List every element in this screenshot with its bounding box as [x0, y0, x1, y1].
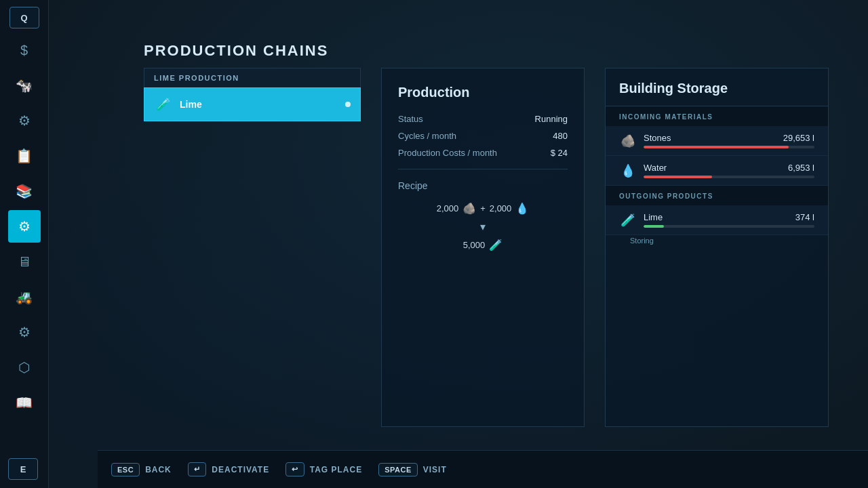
lime-name-row: Lime 374 l [644, 212, 814, 222]
visit-label: VISIT [423, 465, 447, 474]
water-amount: 6,953 l [788, 163, 814, 173]
esc-key: ESC [111, 463, 140, 476]
books-icon: 📚 [16, 183, 33, 199]
main-content: PRODUCTION CHAINS LIME PRODUCTION 🧪 Lime… [49, 0, 868, 488]
nodes-icon: ⬡ [18, 359, 30, 375]
page-title: PRODUCTION CHAINS [144, 42, 328, 60]
recipe-input2-amount: 2,000 [490, 203, 512, 214]
tag-place-label: TAG PLACE [310, 465, 362, 474]
costs-value: $ 24 [551, 148, 568, 158]
recipe-water-icon: 💧 [515, 202, 529, 215]
storage-header: Building Storage [606, 68, 828, 106]
water-icon: 💧 [619, 163, 637, 178]
cycles-label: Cycles / month [398, 131, 456, 141]
sidebar-item-books[interactable]: 📚 [8, 175, 41, 207]
panel-chains: LIME PRODUCTION 🧪 Lime [144, 68, 361, 427]
back-key: ↩ [285, 462, 304, 476]
action-tag-place[interactable]: ↩ TAG PLACE [285, 462, 362, 476]
sidebar-item-tasks[interactable]: 📋 [8, 140, 41, 172]
lime-bar-wrap [644, 225, 814, 228]
action-back[interactable]: ESC BACK [111, 463, 172, 476]
sidebar-item-management[interactable]: ⚙ [8, 104, 41, 137]
lime-item-dot [345, 102, 351, 107]
cycles-value: 480 [553, 131, 568, 141]
animals-icon: 🐄 [16, 77, 33, 94]
costs-row: Production Costs / month $ 24 [398, 148, 568, 158]
recipe-stones-icon: 🪨 [462, 202, 476, 215]
costs-label: Production Costs / month [398, 148, 497, 158]
stones-bar-wrap [644, 146, 814, 148]
sidebar-item-monitor[interactable]: 🖥 [8, 245, 41, 278]
status-value: Running [535, 114, 568, 124]
sidebar-item-finance[interactable]: $ [8, 34, 41, 66]
q-key[interactable]: Q [9, 7, 39, 28]
panel-production: Production Status Running Cycles / month… [381, 68, 585, 427]
recipe-input1-amount: 2,000 [437, 203, 459, 214]
deactivate-label: DEACTIVATE [212, 465, 269, 474]
back-label: BACK [145, 465, 172, 474]
stones-icon: 🪨 [619, 134, 637, 148]
recipe-arrow: ▾ [480, 220, 486, 233]
sidebar-item-settings[interactable]: ⚙ [8, 316, 41, 348]
lime-amount: 374 l [795, 212, 814, 222]
sidebar-item-atlas[interactable]: 📖 [8, 386, 41, 419]
enter-key: ↵ [188, 462, 207, 476]
recipe-title: Recipe [398, 180, 568, 191]
storage-item-lime: 🧪 Lime 374 l [606, 205, 828, 235]
gear-icon: ⚙ [18, 113, 31, 129]
recipe-area: 2,000 🪨 + 2,000 💧 ▾ 5,000 🧪 [398, 202, 568, 251]
e-key[interactable]: E [8, 458, 38, 480]
stones-bar [644, 146, 789, 148]
settings-icon: ⚙ [18, 324, 31, 340]
atlas-icon: 📖 [16, 394, 33, 411]
sidebar-item-network[interactable]: ⬡ [8, 351, 41, 384]
incoming-section-title: INCOMING MATERIALS [606, 106, 828, 126]
status-label: Status [398, 114, 423, 124]
sidebar: Q $ 🐄 ⚙ 📋 📚 ⚙ 🖥 🚜 ⚙ ⬡ 📖 E [0, 0, 49, 488]
storage-title: Building Storage [619, 81, 814, 96]
lime-item-label: Lime [180, 99, 338, 110]
water-info: Water 6,953 l [644, 163, 814, 178]
tractor-icon: 🚜 [16, 289, 33, 305]
lime-name: Lime [644, 212, 663, 222]
stones-info: Stones 29,653 l [644, 133, 814, 148]
panel-storage: Building Storage INCOMING MATERIALS 🪨 St… [605, 68, 829, 427]
bottom-bar: ESC BACK ↵ DEACTIVATE ↩ TAG PLACE SPACE … [98, 450, 868, 488]
water-name: Water [644, 163, 667, 173]
stones-name-row: Stones 29,653 l [644, 133, 814, 143]
tasks-icon: 📋 [16, 148, 33, 164]
cycles-row: Cycles / month 480 [398, 131, 568, 141]
divider [398, 169, 568, 169]
water-bar [644, 176, 712, 178]
water-bar-wrap [644, 176, 814, 178]
stones-amount: 29,653 l [783, 133, 814, 143]
monitor-icon: 🖥 [18, 254, 31, 270]
sidebar-item-production[interactable]: ⚙ [8, 210, 41, 243]
recipe-output-amount: 5,000 [463, 240, 486, 250]
recipe-plus: + [480, 203, 486, 214]
production-title: Production [398, 85, 568, 100]
recipe-lime-icon: 🧪 [489, 239, 502, 251]
storage-item-water: 💧 Water 6,953 l [606, 156, 828, 186]
lime-storage-icon: 🧪 [619, 213, 637, 228]
lime-status: Storing [606, 237, 828, 246]
dollar-icon: $ [20, 43, 28, 58]
chain-category-label: LIME PRODUCTION [144, 68, 361, 87]
sidebar-item-animals[interactable]: 🐄 [8, 69, 41, 102]
chain-item-lime[interactable]: 🧪 Lime [144, 87, 361, 121]
lime-item-icon: 🧪 [154, 95, 173, 114]
lime-info: Lime 374 l [644, 212, 814, 228]
status-row: Status Running [398, 114, 568, 124]
stones-name: Stones [644, 133, 671, 143]
lime-bar [644, 225, 664, 228]
recipe-inputs: 2,000 🪨 + 2,000 💧 [437, 202, 530, 215]
sidebar-item-vehicles[interactable]: 🚜 [8, 281, 41, 313]
action-visit[interactable]: SPACE VISIT [378, 463, 447, 476]
outgoing-section-title: OUTGOING PRODUCTS [606, 186, 828, 205]
factory-icon: ⚙ [18, 218, 31, 235]
storage-item-stones: 🪨 Stones 29,653 l [606, 126, 828, 156]
action-deactivate[interactable]: ↵ DEACTIVATE [188, 462, 269, 476]
water-name-row: Water 6,953 l [644, 163, 814, 173]
recipe-output: 5,000 🧪 [463, 239, 503, 251]
space-key: SPACE [378, 463, 418, 476]
